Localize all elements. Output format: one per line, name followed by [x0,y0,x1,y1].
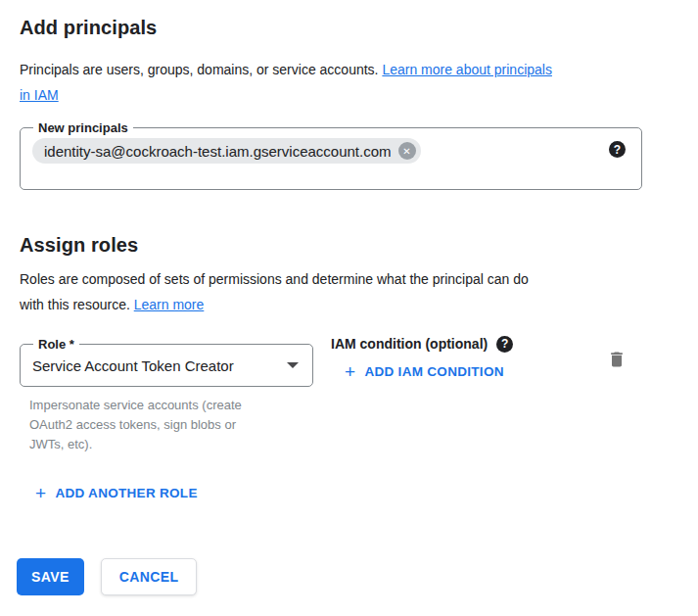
role-column: Role * Service Account Token Creator Imp… [20,344,313,454]
roles-description-text: Roles are composed of sets of permission… [20,271,529,312]
add-iam-condition-label: ADD IAM CONDITION [364,364,503,379]
role-select[interactable]: Role * Service Account Token Creator [20,344,313,387]
roles-description: Roles are composed of sets of permission… [20,266,642,317]
page-title: Add principals [20,14,642,41]
principal-chip: identity-sa@cockroach-test.iam.gservicea… [32,138,421,164]
cancel-button[interactable]: CANCEL [101,558,198,595]
add-iam-condition-button[interactable]: + ADD IAM CONDITION [331,362,504,381]
role-helper-text: Impersonate service accounts (create OAu… [29,396,313,454]
role-label: Role * [33,336,79,353]
add-another-role-button[interactable]: + ADD ANOTHER ROLE [20,484,198,502]
add-another-role-label: ADD ANOTHER ROLE [55,486,197,500]
principal-chip-text: identity-sa@cockroach-test.iam.gservicea… [44,143,392,160]
principals-description-text: Principals are users, groups, domains, o… [20,62,382,77]
role-selected-value: Service Account Token Creator [32,357,234,374]
add-principals-panel: Add principals Principals are users, gro… [0,0,698,616]
role-row: Role * Service Account Token Creator Imp… [20,344,642,454]
new-principals-label: New principals [33,119,133,136]
save-button[interactable]: SAVE [17,558,84,595]
dropdown-arrow-icon [287,362,299,368]
principals-description: Principals are users, groups, domains, o… [20,57,642,108]
assign-roles-title: Assign roles [20,231,642,259]
iam-condition-label: IAM condition (optional) [331,336,488,353]
iam-condition-header: IAM condition (optional) ? [331,336,513,353]
principals-help-icon[interactable]: ? [609,141,626,158]
iam-condition-column: IAM condition (optional) ? + ADD IAM CON… [331,336,513,382]
footer-actions: SAVE CANCEL [17,558,642,595]
new-principals-field[interactable]: New principals identity-sa@cockroach-tes… [20,127,642,190]
delete-icon [607,350,627,369]
learn-more-roles-link[interactable]: Learn more [134,297,205,312]
plus-icon: + [35,484,46,502]
chip-remove-icon[interactable]: ✕ [398,142,416,160]
iam-condition-help-icon[interactable]: ? [496,336,513,353]
delete-role-button[interactable] [607,350,627,369]
plus-icon: + [345,362,355,381]
